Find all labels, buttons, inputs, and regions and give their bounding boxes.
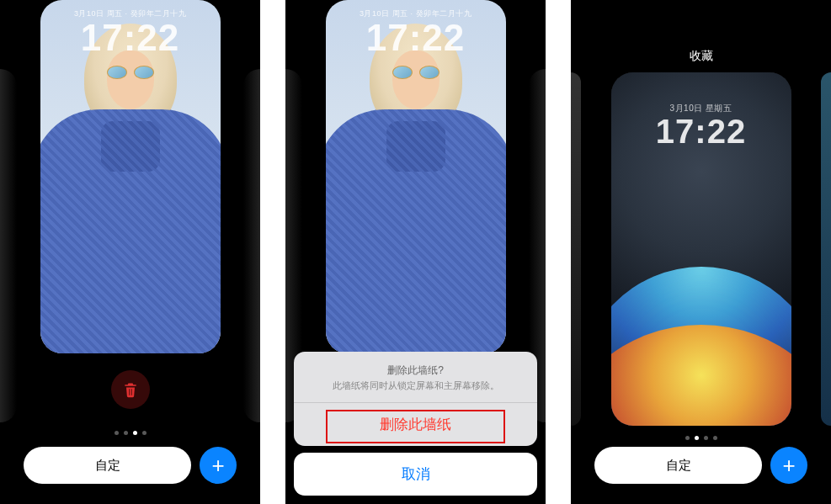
bottom-toolbar: 自定 + xyxy=(594,447,807,484)
add-wallpaper-button[interactable]: + xyxy=(770,447,807,484)
wallpaper-peek-left[interactable] xyxy=(571,72,581,426)
wallpaper-preview-card: 3月10日 周五 · 癸卯年二月十九 17:22 xyxy=(326,0,506,353)
page-dot-active xyxy=(133,431,137,435)
phone-panel-collection: 收藏 3月10日 星期五 17:22 自定 + xyxy=(571,0,831,504)
page-dot xyxy=(685,436,690,440)
page-indicator xyxy=(115,431,146,435)
action-sheet-header: 删除此墙纸? 此墙纸将同时从锁定屏幕和主屏幕移除。 xyxy=(294,352,537,403)
wallpaper-peek-right[interactable] xyxy=(243,69,260,422)
photo-sweater xyxy=(40,109,221,353)
photo-face xyxy=(107,50,154,109)
wallpaper-preview-card[interactable]: 3月10日 周五 · 癸卯年二月十九 17:22 xyxy=(40,0,221,353)
wallpaper-preview-card[interactable]: 3月10日 星期五 17:22 xyxy=(611,72,791,426)
page-dot xyxy=(713,436,717,440)
action-sheet-title: 删除此墙纸? xyxy=(307,363,524,378)
action-sheet-subtitle: 此墙纸将同时从锁定屏幕和主屏幕移除。 xyxy=(307,379,524,392)
trash-icon xyxy=(122,380,139,399)
lockscreen-time: 17:22 xyxy=(326,17,506,59)
wallpaper-peek-right[interactable] xyxy=(821,72,831,426)
page-dot xyxy=(115,431,119,435)
wallpaper-peek-left[interactable] xyxy=(0,69,17,422)
lockscreen-time: 17:22 xyxy=(40,17,221,59)
page-dot xyxy=(142,431,146,435)
photo-sunglasses xyxy=(107,66,154,79)
action-sheet: 删除此墙纸? 此墙纸将同时从锁定屏幕和主屏幕移除。 删除此墙纸 取消 xyxy=(294,352,537,496)
page-dot xyxy=(124,431,128,435)
action-sheet-group: 删除此墙纸? 此墙纸将同时从锁定屏幕和主屏幕移除。 删除此墙纸 xyxy=(294,352,537,446)
collection-title: 收藏 xyxy=(571,49,831,64)
lockscreen-time: 17:22 xyxy=(611,113,791,151)
delete-wallpaper-button[interactable] xyxy=(111,370,150,409)
action-sheet-delete-button[interactable]: 删除此墙纸 xyxy=(294,403,537,446)
action-sheet-cancel-button[interactable]: 取消 xyxy=(294,453,537,496)
customize-button[interactable]: 自定 xyxy=(24,447,191,484)
phone-panel-confirm-delete: 3月10日 周五 · 癸卯年二月十九 17:22 删除此墙纸? 此墙纸将同时从锁… xyxy=(285,0,546,504)
customize-button[interactable]: 自定 xyxy=(594,447,762,484)
phone-panel-delete-mode: 3月10日 周五 · 癸卯年二月十九 17:22 自定 + xyxy=(0,0,260,504)
page-dot xyxy=(704,436,708,440)
page-dot-active xyxy=(695,436,699,440)
photo-sweater xyxy=(326,109,506,353)
bottom-toolbar: 自定 + xyxy=(24,447,237,484)
add-wallpaper-button[interactable]: + xyxy=(200,447,237,484)
photo-face xyxy=(392,50,439,109)
photo-sunglasses xyxy=(392,66,439,79)
page-indicator xyxy=(685,436,717,440)
